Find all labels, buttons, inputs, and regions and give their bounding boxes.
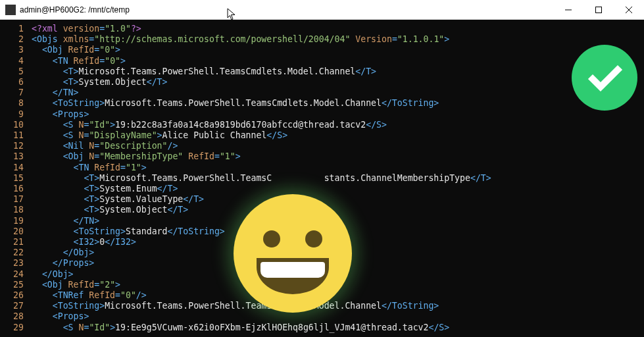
code-line: 10 <S N="Id">19:b22c8a3fa0a14c8a9819bd61… [0,120,644,130]
minimize-button[interactable] [553,0,583,20]
line-content: <S N="Id">19:b22c8a3fa0a14c8a9819bd6170a… [32,120,387,130]
line-content: <T>Microsoft.Teams.PowerShell.TeamsC sta… [32,173,491,184]
line-content: <S N="DisplayName">Alice Public Channel<… [32,130,287,141]
line-content: <T>System.Object</T> [32,205,188,215]
close-button[interactable] [614,0,644,20]
line-number: 2 [0,34,32,45]
line-content: <ToString>Microsoft.Teams.PowerShell.Tea… [32,98,439,109]
line-number: 17 [0,194,32,205]
line-content: <T>System.ValueType</T> [32,194,204,205]
line-content: <T>System.Object</T> [32,77,167,88]
line-number: 19 [0,216,32,226]
code-line: 11 <S N="DisplayName">Alice Public Chann… [0,130,644,141]
line-number: 22 [0,247,32,258]
line-content: <ToString>Standard</ToString> [32,226,225,237]
line-number: 20 [0,226,32,237]
line-content: <Objs xmlns="http://schemas.microsoft.co… [32,34,449,45]
titlebar[interactable]: admin@HP600G2: /mnt/c/temp [0,0,644,20]
line-content: <?xml version="1.0"?> [32,24,141,34]
line-content: <T>Microsoft.Teams.PowerShell.TeamsCmdle… [32,66,376,77]
line-content: <TN RefId="1"> [32,163,147,173]
line-content: </Obj> [32,247,94,258]
terminal-viewport[interactable]: 1<?xml version="1.0"?>2<Objs xmlns="http… [0,20,644,337]
line-number: 28 [0,311,32,322]
line-content: <TNRef RefId="0"/> [32,290,147,301]
code-line: 3 <Obj RefId="0"> [0,45,644,55]
line-content: </TN> [32,216,99,226]
line-number: 11 [0,130,32,141]
line-number: 15 [0,173,32,184]
line-number: 26 [0,290,32,301]
line-number: 21 [0,237,32,247]
line-number: 8 [0,98,32,109]
code-line: 6 <T>System.Object</T> [0,77,644,88]
line-content: <Obj RefId="2"> [32,280,120,290]
line-number: 23 [0,258,32,269]
line-number: 18 [0,205,32,215]
line-number: 24 [0,269,32,280]
code-line: 15 <T>Microsoft.Teams.PowerShell.TeamsC … [0,173,644,184]
code-line: 7 </TN> [0,88,644,98]
code-line: 14 <TN RefId="1"> [0,163,644,173]
line-number: 10 [0,120,32,130]
line-number: 3 [0,45,32,55]
line-content: <Nil N="Description"/> [32,141,178,151]
line-content: <I32>0</I32> [32,237,136,247]
line-number: 13 [0,151,32,162]
line-number: 9 [0,109,32,120]
code-line: 12 <Nil N="Description"/> [0,141,644,151]
line-number: 5 [0,66,32,77]
line-content: <Props> [32,109,89,120]
line-number: 4 [0,56,32,66]
line-number: 6 [0,77,32,88]
success-check-icon [572,45,637,111]
window-title: admin@HP600G2: /mnt/c/temp [20,5,130,14]
code-line: 4 <TN RefId="0"> [0,56,644,66]
line-content: <Obj N="MembershipType" RefId="1"> [32,151,241,162]
line-content: <T>System.Enum</T> [32,184,178,194]
code-line: 13 <Obj N="MembershipType" RefId="1"> [0,151,644,162]
line-content: </Props> [32,258,94,269]
code-line: 9 <Props> [0,109,644,120]
line-number: 25 [0,280,32,290]
line-number: 12 [0,141,32,151]
code-line: 8 <ToString>Microsoft.Teams.PowerShell.T… [0,98,644,109]
line-number: 16 [0,184,32,194]
line-number: 1 [0,24,32,34]
line-content: <S N="Id">19:Ee9g5VCuwm-x62i0oFXbm-EjzKl… [32,323,449,333]
code-line: 5 <T>Microsoft.Teams.PowerShell.TeamsCmd… [0,66,644,77]
line-number: 29 [0,323,32,333]
app-icon [5,5,16,15]
line-number: 14 [0,163,32,173]
line-content: </TN> [32,88,78,98]
grinning-emoji-icon [234,194,352,313]
line-content: <Obj RefId="0"> [32,45,120,55]
line-content: </Obj> [32,269,74,280]
maximize-button[interactable] [583,0,614,20]
line-number: 27 [0,301,32,311]
line-content: <Props> [32,311,89,322]
svg-rect-1 [596,7,602,13]
code-line: 2<Objs xmlns="http://schemas.microsoft.c… [0,34,644,45]
line-number: 7 [0,88,32,98]
line-content: <TN RefId="0"> [32,56,126,66]
code-line: 1<?xml version="1.0"?> [0,24,644,34]
code-line: 29 <S N="Id">19:Ee9g5VCuwm-x62i0oFXbm-Ej… [0,323,644,333]
window-controls [553,0,644,19]
